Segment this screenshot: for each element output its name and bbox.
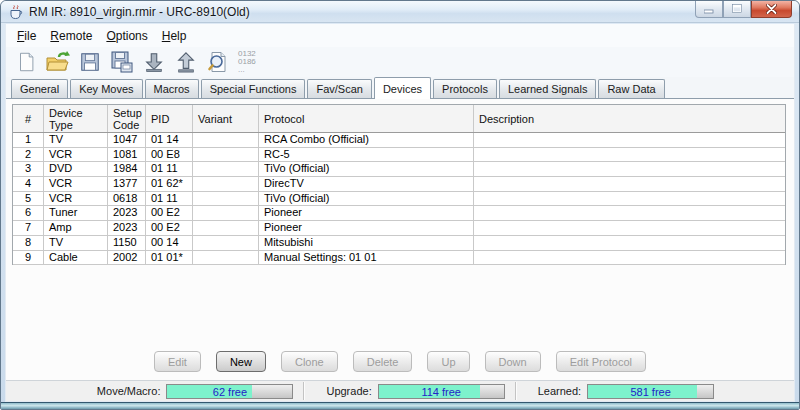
column-header-pid[interactable]: PID [146, 105, 193, 132]
status-divider [515, 382, 517, 400]
tab-fav-scan[interactable]: Fav/Scan [307, 79, 371, 98]
menu-file[interactable]: File [10, 26, 43, 46]
table-cell: 01 01* [146, 251, 193, 265]
maximize-button[interactable] [723, 1, 751, 18]
table-cell: VCR [44, 177, 108, 191]
table-cell: Tuner [44, 206, 108, 220]
table-cell: TiVo (Official) [259, 192, 474, 206]
table-cell: DVD [44, 162, 108, 176]
upload-to-remote-icon [175, 50, 197, 74]
tab-general[interactable]: General [11, 79, 68, 98]
column-header-variant[interactable]: Variant [193, 105, 259, 132]
delete-button[interactable]: Delete [353, 351, 413, 372]
title-bar[interactable]: RM IR: 8910_virgin.rmir - URC-8910(Old) [1, 1, 799, 23]
maximize-icon [732, 4, 743, 14]
table-row[interactable]: 5VCR061801 11TiVo (Official) [13, 192, 785, 207]
edit-button[interactable]: Edit [154, 351, 201, 372]
column-header-description[interactable]: Description [474, 105, 785, 132]
toolbar: 01320186... [6, 47, 794, 77]
tab-protocols[interactable]: Protocols [433, 79, 497, 98]
down-button[interactable]: Down [485, 351, 541, 372]
table-row[interactable]: 6Tuner202300 E2Pioneer [13, 206, 785, 221]
new-file-button[interactable] [10, 48, 42, 76]
app-window: RM IR: 8910_virgin.rmir - URC-8910(Old) [0, 0, 800, 410]
table-cell: 01 62* [146, 177, 193, 191]
column-header-setup-code[interactable]: Setup Code [108, 105, 146, 132]
save-as-icon [110, 50, 134, 74]
table-cell [193, 133, 259, 147]
close-button[interactable] [751, 1, 792, 18]
minimize-button[interactable] [695, 1, 723, 18]
download-from-remote-button[interactable] [138, 48, 170, 76]
tab-devices[interactable]: Devices [374, 77, 431, 99]
tab-raw-data[interactable]: Raw Data [598, 79, 664, 98]
window-bottom-border [1, 402, 799, 409]
move-macro-label: Move/Macro: [97, 385, 161, 397]
open-file-button[interactable] [42, 48, 74, 76]
table-cell [193, 206, 259, 220]
upload-to-remote-button[interactable] [170, 48, 202, 76]
table-cell: VCR [44, 148, 108, 162]
minimize-icon [704, 5, 714, 14]
table-cell: DirecTV [259, 177, 474, 191]
save-icon [79, 50, 101, 74]
table-cell: 01 14 [146, 133, 193, 147]
menu-help[interactable]: Help [155, 26, 194, 46]
learned-label: Learned: [538, 385, 581, 397]
table-cell: 3 [13, 162, 44, 176]
devices-table: #Device TypeSetup CodePIDVariantProtocol… [12, 104, 786, 265]
devices-panel: #Device TypeSetup CodePIDVariantProtocol… [6, 99, 794, 380]
table-cell: 1377 [108, 177, 146, 191]
table-cell: Amp [44, 221, 108, 235]
column-header-protocol[interactable]: Protocol [259, 105, 474, 132]
table-cell: 1047 [108, 133, 146, 147]
table-row[interactable]: 8TV115000 14Mitsubishi [13, 236, 785, 251]
table-cell: TV [44, 236, 108, 250]
table-cell [193, 177, 259, 191]
new-button[interactable]: New [216, 351, 266, 372]
table-row[interactable]: 3DVD198401 11TiVo (Official) [13, 162, 785, 177]
learned-progress-text: 581 free [588, 385, 713, 398]
table-cell [193, 236, 259, 250]
upgrade-label: Upgrade: [326, 385, 371, 397]
table-row[interactable]: 9Cable200201 01*Manual Settings: 01 01 [13, 251, 785, 266]
table-cell: 1150 [108, 236, 146, 250]
table-cell [474, 206, 785, 220]
code-summary-button[interactable] [202, 48, 234, 76]
tab-learned-signals[interactable]: Learned Signals [499, 79, 597, 98]
menu-options[interactable]: Options [99, 26, 154, 46]
table-cell [474, 236, 785, 250]
tab-key-moves[interactable]: Key Moves [70, 79, 142, 98]
tab-special-functions[interactable]: Special Functions [201, 79, 306, 98]
table-cell: 2023 [108, 206, 146, 220]
table-cell: 01 11 [146, 192, 193, 206]
table-row[interactable]: 4VCR137701 62*DirecTV [13, 177, 785, 192]
table-cell: Manual Settings: 01 01 [259, 251, 474, 265]
table-cell: 6 [13, 206, 44, 220]
save-as-button[interactable] [106, 48, 138, 76]
table-cell [474, 251, 785, 265]
edit-protocol-button[interactable]: Edit Protocol [556, 351, 646, 372]
table-cell: 00 E2 [146, 206, 193, 220]
table-cell [193, 192, 259, 206]
table-cell [474, 192, 785, 206]
table-row[interactable]: 1TV104701 14RCA Combo (Official) [13, 133, 785, 148]
column-header-device-type[interactable]: Device Type [44, 105, 108, 132]
table-cell [474, 177, 785, 191]
table-row[interactable]: 7Amp202300 E2Pioneer [13, 221, 785, 236]
upgrade-progress: 114 free [378, 384, 505, 399]
table-cell: VCR [44, 192, 108, 206]
table-body: 1TV104701 14RCA Combo (Official)2VCR1081… [13, 133, 785, 265]
save-button[interactable] [74, 48, 106, 76]
action-button-row: EditNewCloneDeleteUpDownEdit Protocol [6, 351, 794, 372]
close-icon [766, 4, 777, 14]
table-row[interactable]: 2VCR108100 E8RC-5 [13, 148, 785, 163]
menu-remote[interactable]: Remote [43, 26, 99, 46]
column-header-num[interactable]: # [13, 105, 44, 132]
table-cell: 1 [13, 133, 44, 147]
tab-macros[interactable]: Macros [145, 79, 199, 98]
tab-strip: GeneralKey MovesMacrosSpecial FunctionsF… [6, 77, 794, 99]
table-cell [474, 221, 785, 235]
clone-button[interactable]: Clone [281, 351, 338, 372]
up-button[interactable]: Up [427, 351, 469, 372]
